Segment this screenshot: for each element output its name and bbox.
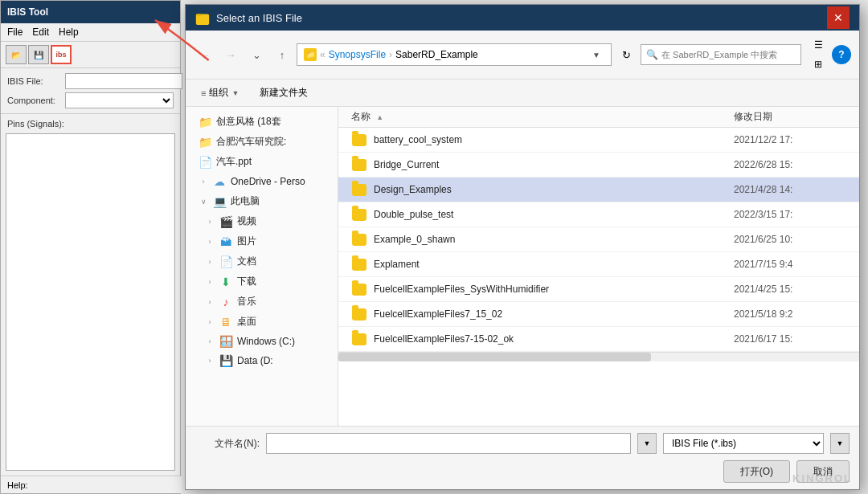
expand-windows: › [205,337,215,346]
expand-download: › [205,277,215,287]
sort-arrow: ▲ [376,113,383,121]
file-row-7[interactable]: FuelcellExampleFiles7_15_02 2021/5/18 9:… [338,302,859,327]
drive-icon: 💾 [219,354,232,367]
sidebar-item-download[interactable]: › ⬇ 下载 [186,271,338,292]
breadcrumb-bar: 📁 « SynopsysFile › SaberRD_Example ▼ [297,43,612,66]
search-input[interactable] [661,50,796,59]
file-row-4[interactable]: Example_0_shawn 2021/6/25 10: [338,227,859,252]
menu-edit[interactable]: Edit [32,27,49,38]
component-select[interactable] [65,92,174,108]
menu-help[interactable]: Help [59,27,79,38]
sidebar-label-doc: 文档 [237,255,256,268]
filename-input[interactable] [266,433,631,454]
sidebar-item-doc[interactable]: › 📄 文档 [186,251,338,271]
pins-list [6,133,175,471]
new-folder-btn[interactable]: 新建文件夹 [252,83,315,103]
file-row-6[interactable]: FuelcellExampleFiles_SysWithHumidifier 2… [338,277,859,302]
download-icon: ⬇ [219,276,232,288]
view-tiles-btn[interactable]: ⊞ [808,55,829,74]
nav-forward-btn[interactable]: → [219,44,242,65]
nav-up-btn[interactable]: ↑ [271,44,293,65]
menu-file[interactable]: File [7,27,23,38]
sidebar-label-windows: Windows (C:) [237,336,295,347]
file-date-5: 2021/7/15 9:4 [734,259,846,270]
component-label: Component: [7,96,62,105]
search-icon: 🔍 [646,49,658,60]
file-date-2: 2021/4/28 14: [734,184,846,195]
file-row-1[interactable]: Bridge_Current 2022/6/28 15: [338,153,859,178]
file-folder-icon-0 [351,132,367,148]
file-row-0[interactable]: battery_cool_system 2021/12/2 17: [338,128,859,153]
desktop-icon: 🖥 [219,316,232,329]
file-date-7: 2021/5/18 9:2 [734,308,846,320]
file-name-0: battery_cool_system [374,134,734,145]
view-options: ☰ ⊞ [808,35,829,74]
help-btn[interactable]: ? [832,45,851,64]
filename-dropdown-btn[interactable]: ▼ [637,433,657,454]
breadcrumb-part1[interactable]: SynopsysFile [329,49,386,60]
file-folder-icon-1 [351,157,367,173]
dialog-title-bar: Select an IBIS File ✕ [186,5,859,31]
dialog-content: 📁 创意风格 (18套 📁 合肥汽车研究院: 📄 汽车.ppt › ☁ OneD… [186,107,859,426]
file-folder-icon-2 [351,182,367,198]
filelist-header: 名称 ▲ 修改日期 [338,107,859,128]
sidebar-item-desktop[interactable]: › 🖥 桌面 [186,312,338,332]
expand-music: › [205,297,215,307]
sidebar-item-creativestyle[interactable]: 📁 创意风格 (18套 [186,112,338,132]
nav-dropdown-btn[interactable]: ⌄ [245,44,268,65]
col-name-header[interactable]: 名称 ▲ [351,110,734,124]
sidebar-item-photo[interactable]: › 🏔 图片 [186,231,338,251]
nav-back-btn[interactable]: ← [194,44,216,65]
file-row-3[interactable]: Double_pulse_test 2022/3/15 17: [338,202,859,227]
buttons-row: 打开(O) 取消 [195,460,850,483]
music-icon: ♪ [219,296,232,308]
toolbar-ibis-btn[interactable]: ibs [51,45,72,64]
expand-doc: › [205,257,215,267]
pc-icon: 💻 [213,195,226,208]
sidebar-item-auto[interactable]: 📁 合肥汽车研究院: [186,132,338,152]
sidebar-item-thispc[interactable]: ∨ 💻 此电脑 [186,191,338,211]
ibis-tool-title: IBIS Tool [7,6,48,18]
breadcrumb-dropdown-btn[interactable]: ▼ [588,47,604,63]
sidebar-item-video[interactable]: › 🎬 视频 [186,211,338,231]
filetype-dropdown-btn[interactable]: ▼ [830,433,850,454]
windows-icon: 🪟 [219,335,232,348]
sidebar-label-desktop: 桌面 [237,315,256,329]
file-name-4: Example_0_shawn [374,234,734,245]
file-row-2[interactable]: Design_Examples 2021/4/28 14: [338,178,859,202]
file-name-7: FuelcellExampleFiles7_15_02 [374,308,734,320]
file-row-5[interactable]: Explament 2021/7/15 9:4 [338,252,859,277]
ibis-status: Help: [1,476,182,493]
ibis-menubar: File Edit Help [1,23,180,42]
sidebar-label-photo: 图片 [237,235,256,248]
refresh-btn[interactable]: ↻ [615,44,637,65]
organize-label: 组织 [209,86,228,100]
sidebar-item-onedrive[interactable]: › ☁ OneDrive - Perso [186,172,338,191]
organize-btn[interactable]: ≡ 组织 ▼ [194,83,246,103]
expand-desktop: › [205,317,215,327]
new-folder-label: 新建文件夹 [260,86,308,100]
view-list-btn[interactable]: ☰ [808,35,829,55]
sidebar-item-ppt[interactable]: 📄 汽车.ppt [186,152,338,172]
ibis-file-input[interactable] [65,73,182,89]
open-btn[interactable]: 打开(O) [723,460,790,483]
breadcrumb-sep1: « [320,49,326,60]
filetype-select[interactable]: IBIS File (*.ibs) [663,433,824,454]
horizontal-scrollbar[interactable] [338,352,859,361]
file-date-0: 2021/12/2 17: [734,134,846,145]
file-row-8[interactable]: FuelcellExampleFiles7-15-02_ok 2021/6/17… [338,327,859,352]
sidebar-item-data[interactable]: › 💾 Data (D: [186,351,338,370]
breadcrumb-part2[interactable]: SaberRD_Example [395,49,478,60]
dialog-folder-icon [195,10,210,25]
col-date-header[interactable]: 修改日期 [734,110,846,124]
dialog-close-btn[interactable]: ✕ [827,6,850,29]
filename-label: 文件名(N): [195,437,260,451]
toolbar-save-btn[interactable]: 💾 [28,45,49,64]
sidebar-item-windows[interactable]: › 🪟 Windows (C:) [186,332,338,351]
dialog-title: Select an IBIS File [216,12,302,24]
sidebar-label-onedrive: OneDrive - Perso [231,176,305,187]
sidebar-label-creativestyle: 创意风格 (18套 [216,115,281,129]
dialog-filelist: 名称 ▲ 修改日期 battery_cool_system 2021/12/2 … [338,107,859,426]
toolbar-open-btn[interactable]: 📂 [6,45,27,64]
sidebar-item-music[interactable]: › ♪ 音乐 [186,292,338,312]
